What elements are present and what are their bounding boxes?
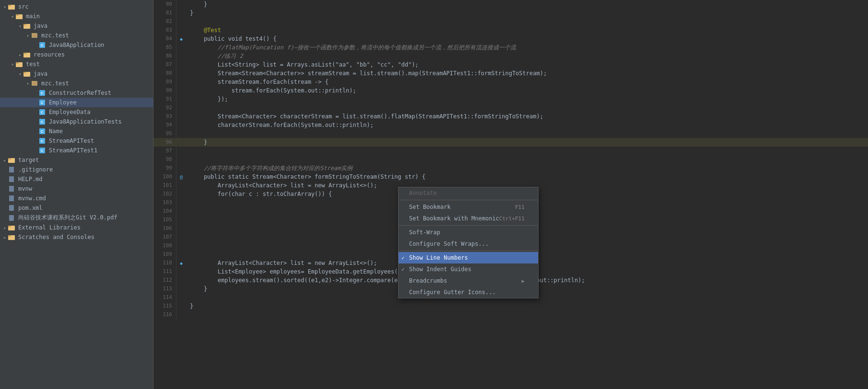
sidebar-item-src[interactable]: ▾src xyxy=(0,2,153,11)
tree-arrow: ▾ xyxy=(17,71,23,77)
sidebar-item-streamapitest1[interactable]: CStreamAPITest1 xyxy=(0,146,153,155)
sidebar-item-mzc-test-main[interactable]: ▾mzc.test xyxy=(0,31,153,40)
code-content: List<String> list = Arrays.asList("aa", … xyxy=(186,60,419,69)
gutter-icon xyxy=(176,285,186,293)
menu-item-breadcrumbs[interactable]: Breadcrumbs▶ xyxy=(399,275,538,286)
tree-arrow: ▸ xyxy=(2,158,8,163)
line-number: 88 xyxy=(153,69,176,78)
code-line: 94 characterStream.forEach(System.out::p… xyxy=(153,121,868,129)
code-content: } xyxy=(186,302,193,310)
tree-arrow: ▸ xyxy=(2,225,8,230)
tree-label: src xyxy=(18,3,29,10)
sidebar: ▾src▾main▾java▾mzc.test CJava8Applicatio… xyxy=(0,0,153,389)
line-number: 84 xyxy=(153,34,176,43)
line-number: 96 xyxy=(153,138,176,147)
class-icon: C xyxy=(38,147,46,154)
sidebar-item-target[interactable]: ▸target xyxy=(0,155,153,165)
code-content xyxy=(186,241,190,250)
svg-rect-5 xyxy=(23,24,26,25)
folder-icon xyxy=(15,12,23,20)
tree-arrow: ▾ xyxy=(10,62,15,67)
file-icon xyxy=(8,204,15,212)
sidebar-item-java8apptests[interactable]: CJava8ApplicationTests xyxy=(0,117,153,126)
menu-label: Set Bookmark xyxy=(409,204,451,210)
tree-label: Java8Application xyxy=(49,42,105,48)
sidebar-item-help[interactable]: HELP.md xyxy=(0,174,153,184)
code-line: 116 xyxy=(153,310,868,319)
folder-icon xyxy=(15,60,23,68)
menu-check: ✓ xyxy=(401,266,405,273)
menu-item-configure-soft-wraps[interactable]: Configure Soft Wraps... xyxy=(399,238,538,250)
tree-label: .gitignore xyxy=(18,166,53,173)
tree-label: External Libraries xyxy=(18,224,81,231)
sidebar-item-java-test[interactable]: ▾java xyxy=(0,69,153,79)
sidebar-item-employeedata[interactable]: CEmployeeData xyxy=(0,107,153,117)
sidebar-item-scratches[interactable]: ▸Scratches and Consoles xyxy=(0,232,153,242)
sidebar-item-resources[interactable]: ▸resources xyxy=(0,50,153,59)
code-line: 91 }); xyxy=(153,95,868,103)
sidebar-item-mvnwcmd[interactable]: mvnw.cmd xyxy=(0,194,153,203)
code-line: 97 xyxy=(153,147,868,155)
sidebar-item-test[interactable]: ▾test xyxy=(0,59,153,69)
line-number: 107 xyxy=(153,233,176,241)
code-content: @Test xyxy=(186,26,221,34)
sidebar-item-constructorref[interactable]: CConstructorRefTest xyxy=(0,88,153,98)
sidebar-item-name[interactable]: CName xyxy=(0,126,153,136)
svg-rect-15 xyxy=(23,72,26,73)
gutter-icon xyxy=(176,60,186,69)
tree-arrow: ▸ xyxy=(2,235,8,240)
sidebar-item-pomxml[interactable]: pom.xml xyxy=(0,203,153,213)
file-icon xyxy=(8,175,15,183)
tree-label: target xyxy=(18,157,39,163)
line-number: 112 xyxy=(153,276,176,285)
code-content xyxy=(186,129,190,138)
code-content: streamStream.forEach(stream -> { xyxy=(186,78,328,86)
sidebar-item-mvnw[interactable]: mvnw xyxy=(0,184,153,194)
menu-item-set-bookmark-mnemonic[interactable]: Set Bookmark with MnemonicCtrl+F11 xyxy=(399,213,538,224)
sidebar-item-mzc-test[interactable]: ▾mzc.test xyxy=(0,79,153,88)
menu-item-show-indent-guides[interactable]: ✓Show Indent Guides xyxy=(399,263,538,275)
line-number: 101 xyxy=(153,181,176,190)
tree-label: EmployeeData xyxy=(49,109,91,115)
code-line: 98 xyxy=(153,155,868,164)
code-content xyxy=(186,224,190,233)
sidebar-item-java-main[interactable]: ▾java xyxy=(0,21,153,31)
gutter-icon xyxy=(176,224,186,233)
tree-label: java xyxy=(34,70,47,77)
tree-label: mzc.test xyxy=(41,32,69,39)
code-content xyxy=(186,17,190,26)
sidebar-item-git-course[interactable]: 尚硅谷技术课程系列之Git V2.0.pdf xyxy=(0,213,153,223)
svg-rect-3 xyxy=(16,14,19,16)
menu-item-soft-wrap[interactable]: Soft-Wrap xyxy=(399,227,538,238)
line-number: 110 xyxy=(153,259,176,267)
line-number: 104 xyxy=(153,207,176,216)
sidebar-item-ext-libs[interactable]: ▸External Libraries xyxy=(0,223,153,232)
line-number: 87 xyxy=(153,60,176,69)
sidebar-item-gitignore[interactable]: .gitignore xyxy=(0,165,153,174)
menu-label: Configure Soft Wraps... xyxy=(409,240,489,247)
gutter-icon xyxy=(176,181,186,190)
menu-item-configure-gutter-icons[interactable]: Configure Gutter Icons... xyxy=(399,286,538,298)
code-content: } xyxy=(186,285,207,293)
gutter-icon xyxy=(176,69,186,78)
svg-rect-36 xyxy=(9,186,14,192)
gutter-icon: ◆ xyxy=(176,259,186,267)
code-line: 96 } xyxy=(153,138,868,147)
line-number: 113 xyxy=(153,285,176,293)
menu-item-show-line-numbers[interactable]: ✓Show Line Numbers xyxy=(399,252,538,263)
menu-item-set-bookmark[interactable]: Set BookmarkF11 xyxy=(399,201,538,213)
sidebar-item-main[interactable]: ▾main xyxy=(0,11,153,21)
code-line: 100@ public static Stream<Character> for… xyxy=(153,172,868,181)
class-icon: C xyxy=(38,99,46,106)
tree-arrow: ▾ xyxy=(2,4,8,10)
line-number: 82 xyxy=(153,17,176,26)
gutter-icon xyxy=(176,155,186,164)
code-line: 95 xyxy=(153,129,868,138)
gutter-icon xyxy=(176,293,186,302)
tree-label: ConstructorRefTest xyxy=(49,90,111,96)
sidebar-item-streamapitest[interactable]: CStreamAPITest xyxy=(0,136,153,146)
svg-text:C: C xyxy=(41,43,44,47)
sidebar-item-java8app[interactable]: CJava8Application xyxy=(0,40,153,50)
gutter-icon xyxy=(176,78,186,86)
sidebar-item-employee[interactable]: CEmployee xyxy=(0,98,153,107)
